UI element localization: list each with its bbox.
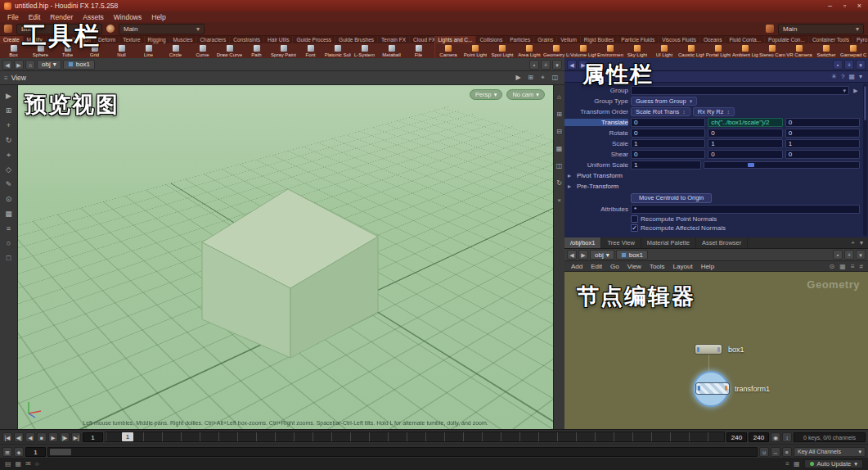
collapse-arrow-icon[interactable]: ▸ (564, 183, 574, 190)
playbar-option-icon[interactable]: ↔ (771, 447, 780, 457)
shelf-tool[interactable]: Volume Light (570, 43, 597, 58)
viewport-tool-icon[interactable]: ⌖ (2, 150, 16, 160)
network-tab[interactable]: Asset Browser (696, 237, 748, 248)
statusbar-icon[interactable]: ▦ (16, 460, 22, 468)
viewport-canvas[interactable]: Persp ▾ No cam ▾ Left mouse tumbles. Mid… (18, 85, 553, 429)
viewport-display-icon[interactable]: ◫ (555, 160, 564, 171)
shelf-tool[interactable]: L-System (351, 43, 378, 58)
slider-thumb[interactable] (748, 163, 754, 167)
back-button[interactable]: ◀ (567, 60, 577, 70)
viewport-tool-icon[interactable]: ◇ (2, 165, 16, 175)
forward-button[interactable]: ▶ (578, 60, 588, 70)
shelf-tool[interactable]: Path (243, 43, 270, 58)
key-mode-dropdown[interactable]: Key All Channels ▾ (794, 447, 866, 457)
shelf-tool[interactable]: Portal Light (705, 43, 732, 58)
viewport-tool-icon[interactable]: + (2, 120, 16, 131)
group-type-dropdown[interactable]: Guess from Group ▾ (631, 97, 697, 106)
node-input-flag[interactable] (697, 347, 699, 352)
shelf-tab[interactable]: Modify (24, 36, 47, 43)
shelf-tool[interactable]: Circle (162, 43, 189, 58)
shelf-tab[interactable]: Model (47, 36, 69, 43)
pin-icon[interactable]: ▪ (833, 60, 843, 70)
shear-x-field[interactable]: 0 (631, 150, 705, 159)
shelf-tool[interactable]: Ambient Light (732, 43, 759, 58)
shelf-tool[interactable]: Spray Paint (270, 43, 297, 58)
timeline-ruler[interactable]: 1 (105, 432, 725, 442)
rotate-z-field[interactable]: 0 (785, 129, 860, 138)
back-button[interactable]: ◀ (567, 250, 577, 260)
shelf-tool[interactable]: Gamepad Camera (840, 43, 867, 58)
minimize-button[interactable]: – (825, 2, 834, 10)
shelf-tool[interactable]: Curve (189, 43, 216, 58)
viewport-display-icon[interactable]: ↻ (555, 178, 564, 188)
pivot-transform-label[interactable]: Pivot Transform (577, 172, 623, 179)
shelf-tab[interactable]: Constraints (230, 36, 264, 43)
transport-button[interactable]: ▶ (48, 432, 58, 442)
transport-button[interactable]: ▶| (71, 432, 81, 442)
range-slider-handle[interactable] (50, 449, 71, 455)
rotate-order-dropdown[interactable]: Rx Ry Rz ↕ (693, 107, 735, 116)
menu-item[interactable]: Assets (78, 13, 109, 21)
shelf-tab[interactable]: Oceans (700, 36, 726, 43)
shelf-tab[interactable]: Container Tools (809, 36, 853, 43)
gear-icon[interactable]: ✳ (831, 73, 837, 80)
transform-order-dropdown[interactable]: Scale Rot Trans ↕ (631, 107, 690, 116)
transport-button[interactable]: |◀ (2, 432, 12, 442)
pre-transform-label[interactable]: Pre-Transform (577, 183, 618, 190)
statusbar-icon[interactable]: ▤ (5, 460, 11, 468)
shelf-tool[interactable]: Box (0, 43, 27, 58)
shelf-tool[interactable]: Sky Light (624, 43, 651, 58)
network-menu-item[interactable]: View (623, 263, 645, 270)
shelf-tool[interactable]: Stereo Camera (759, 43, 786, 58)
network-toolbar-icon[interactable]: ⊙ (827, 263, 838, 270)
shelf-tool[interactable]: Null (108, 43, 135, 58)
close-button[interactable]: × (855, 2, 864, 10)
shelf-tool[interactable]: Caustic Light (678, 43, 705, 58)
shelf-tool[interactable]: Metaball (378, 43, 405, 58)
shelf-tool[interactable]: UI Light (651, 43, 678, 58)
shelf-tool[interactable]: Spot Light (489, 43, 516, 58)
path-node-chip[interactable]: box1 (63, 60, 95, 70)
network-toolbar-icon[interactable]: ▦ (837, 263, 848, 270)
rotate-x-field[interactable]: 0 (631, 129, 705, 138)
shelf-tab[interactable]: Lights and C... (435, 36, 477, 43)
shelf-tool[interactable]: Point Light (462, 43, 489, 58)
menu-item[interactable]: Help (146, 13, 170, 21)
menu-item[interactable]: File (2, 13, 24, 21)
scrollbar[interactable] (863, 84, 867, 236)
forward-button[interactable]: ▶ (14, 60, 24, 70)
shelf-tab[interactable]: Texture (119, 36, 144, 43)
shelf-tab[interactable]: Collisions (476, 36, 506, 43)
network-menu-item[interactable]: Add (567, 263, 587, 270)
network-menu-item[interactable]: Edit (587, 263, 606, 270)
shelf-tool[interactable]: File (405, 43, 432, 58)
viewport-tool-icon[interactable]: ⊙ (2, 194, 16, 205)
shelf-tool[interactable]: VR Camera (786, 43, 813, 58)
shelf-tab[interactable]: Characters (196, 36, 230, 43)
viewport-display-icon[interactable]: ⌂ (555, 92, 564, 102)
shelf-tool[interactable]: Grid (81, 43, 108, 58)
viewport-tool-icon[interactable]: ▶ (2, 91, 16, 102)
main-desktop-selector[interactable]: Main ▾ (778, 24, 864, 34)
statusbar-icon[interactable]: ▦ (794, 460, 800, 468)
shelf-tab[interactable]: Populate Con... (765, 36, 809, 43)
viewport-display-icon[interactable]: ⊟ (555, 126, 564, 137)
statusbar-icon[interactable]: ✉ (25, 460, 31, 468)
network-toolbar-icon[interactable]: ≡ (848, 263, 857, 270)
shelf-tool[interactable]: Line (135, 43, 162, 58)
recompute-affected-checkbox[interactable]: ✓ (631, 224, 638, 232)
network-menu-item[interactable]: Go (606, 263, 623, 270)
viewport-toolbar-icon[interactable]: ▶ (513, 74, 524, 82)
viewport-toolbar-icon[interactable]: ⊞ (525, 74, 536, 82)
global-end-field[interactable]: 240 (749, 432, 769, 442)
menu-item[interactable]: Edit (24, 13, 46, 21)
transport-button[interactable]: ■ (37, 432, 47, 442)
playbar-option-icon[interactable]: ≡ (782, 447, 792, 457)
viewport-toolbar-icon[interactable]: ◫ (550, 74, 560, 82)
shelf-tab[interactable]: Hair Utils (264, 36, 293, 43)
camera-menu[interactable]: No cam ▾ (506, 89, 545, 100)
scale-x-field[interactable]: 1 (631, 139, 705, 148)
shelf-tab[interactable]: Rigging (145, 36, 170, 43)
network-menu-item[interactable]: Layout (669, 263, 697, 270)
network-editor-canvas[interactable]: Geometry box1 transform1 (564, 272, 868, 429)
